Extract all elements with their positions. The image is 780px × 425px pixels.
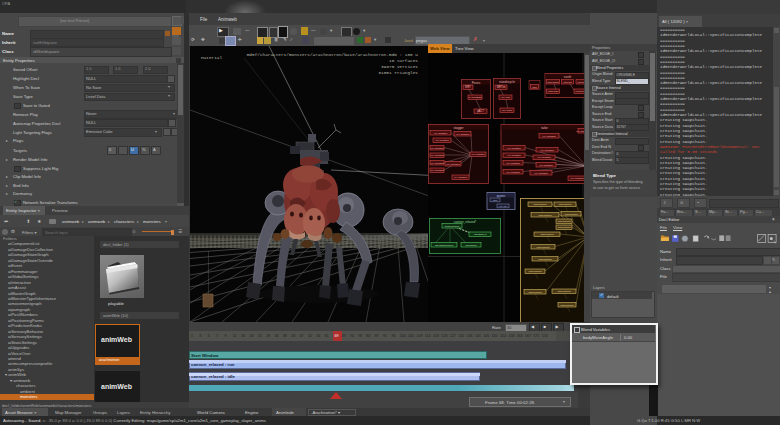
svg-text:(anim)arach|trn: (anim)arach|trn: [538, 257, 552, 259]
svg-text:cannon(relaxed): cannon(relaxed): [445, 224, 460, 226]
svg-text:(W)ACT|DESN: (W)ACT|DESN: [435, 139, 449, 141]
svg-text:(W)ACT|DESN: (W)ACT|DESN: [430, 146, 444, 148]
svg-text:(W)ACT|DESN: (W)ACT|DESN: [430, 161, 444, 163]
svg-text:(anim)arach|trn: (anim)arach|trn: [557, 290, 571, 292]
svg-text:WRT: WRT: [465, 85, 471, 89]
svg-text:(W)ACT|DESN: (W)ACT|DESN: [456, 132, 470, 134]
svg-text:(anim)arach|trn: (anim)arach|trn: [538, 213, 552, 215]
svg-text:(W)ACT|DESN: (W)ACT|DESN: [430, 154, 444, 156]
svg-text:(WRT)ROT: (WRT)ROT: [547, 90, 559, 92]
svg-text:(W)ACT|DESN: (W)ACT|DESN: [506, 170, 520, 172]
svg-text:south: south: [564, 74, 572, 78]
svg-text:WRT.ROTD: WRT.ROTD: [547, 80, 559, 82]
svg-text:(W)ACT|DESN: (W)ACT|DESN: [471, 153, 485, 155]
svg-text:(anim)arach|trn: (anim)arach|trn: [557, 226, 571, 228]
svg-text:queen: queen: [497, 193, 506, 197]
svg-text:(idle)cannon|relaxed: (idle)cannon|relaxed: [435, 243, 453, 245]
svg-text:(idle)cannon: (idle)cannon: [465, 243, 476, 245]
svg-text:(anim)arach|trn: (anim)arach|trn: [540, 233, 554, 235]
svg-text:(W)ACT|DESN: (W)ACT|DESN: [539, 163, 553, 165]
svg-text:(W)ACT|DESN: (W)ACT|DESN: [537, 156, 551, 158]
svg-text:(PACT)DESN: (PACT)DESN: [468, 96, 482, 98]
svg-text:(W)ACT|DESN: (W)ACT|DESN: [534, 171, 548, 173]
svg-text:(W)ACT|DESN: (W)ACT|DESN: [542, 134, 556, 136]
svg-text:(anim)arach|trn: (anim)arach|trn: [536, 245, 550, 247]
svg-text:(W)ACT|DESN: (W)ACT|DESN: [540, 148, 554, 150]
svg-text:WRTnn: WRTnn: [497, 85, 506, 89]
svg-text:(anim)arach|trn: (anim)arach|trn: [564, 212, 578, 214]
svg-text:(W)ACTb: (W)ACTb: [501, 96, 511, 98]
svg-text:(W)ACT|DESN: (W)ACT|DESN: [434, 131, 448, 133]
svg-text:cannon_relaxed*: cannon_relaxed*: [454, 219, 477, 223]
svg-text:(anim)arach|trn: (anim)arach|trn: [528, 290, 542, 292]
svg-text:(W)ACT|DESN: (W)ACT|DESN: [506, 161, 520, 163]
svg-text:standricycle: standricycle: [499, 79, 515, 83]
svg-text:(anim)arach|trn: (anim)arach|trn: [560, 303, 574, 305]
svg-text:pACT: pACT: [477, 109, 484, 113]
svg-text:(W)ACTbn: (W)ACTbn: [502, 109, 513, 111]
svg-text:(W)ACT|DESN: (W)ACT|DESN: [454, 176, 468, 178]
svg-text:Poses: Poses: [472, 80, 481, 84]
svg-text:(W)ACT|DESN: (W)ACT|DESN: [507, 154, 521, 156]
svg-text:(W)ACT|DESN: (W)ACT|DESN: [570, 177, 584, 179]
svg-text:(anim)arach|trn: (anim)arach|trn: [533, 203, 547, 205]
svg-text:(W)ACT: (W)ACT: [499, 204, 508, 206]
svg-text:(W)ACT|DESN: (W)ACT|DESN: [430, 169, 444, 171]
svg-text:(W)ACT|DESN: (W)ACT|DESN: [507, 146, 521, 148]
svg-text:WRT: WRT: [493, 198, 499, 200]
svg-text:WRT: WRT: [532, 85, 538, 87]
svg-text:(W)ACT|DESN: (W)ACT|DESN: [446, 162, 460, 164]
svg-text:(anim)arach|trn: (anim)arach|trn: [558, 203, 572, 205]
svg-text:WRT.RO: WRT.RO: [563, 80, 572, 82]
svg-text:stagger: stagger: [453, 125, 463, 129]
svg-text:(anim)arach|trn: (anim)arach|trn: [528, 270, 542, 272]
svg-text:tailor: tailor: [541, 125, 548, 129]
svg-text:(anim)arach|trn: (anim)arach|trn: [557, 220, 571, 222]
